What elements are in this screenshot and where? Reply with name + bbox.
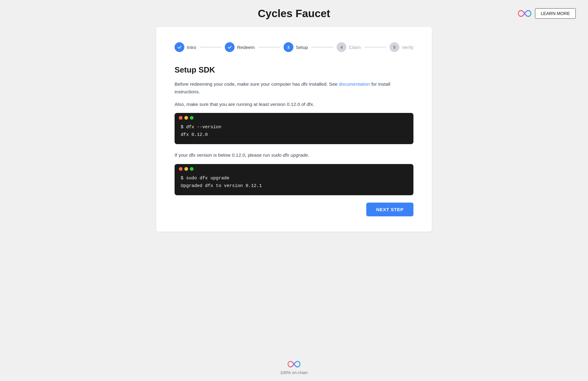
step-4-circle: 4 <box>337 42 346 52</box>
terminal-2: $ sudo dfx upgrade Upgraded dfx to versi… <box>175 164 413 195</box>
documentation-link[interactable]: documentation <box>339 81 370 87</box>
desc1-prefix: Before redeeming your code, make sure yo… <box>175 81 301 87</box>
next-step-button[interactable]: NEXT STEP <box>366 203 413 216</box>
step-3-number: 3 <box>287 45 290 50</box>
check-icon-1 <box>177 45 182 50</box>
step-3-label: Setup <box>296 45 308 50</box>
terminal-2-line-1: $ sudo dfx upgrade <box>181 174 407 182</box>
terminal-1-dot-red <box>179 116 183 120</box>
desc3-suffix: . <box>308 152 309 158</box>
stepper: Intro Redeem 3 Setup <box>175 42 413 52</box>
terminal-2-dots <box>175 164 413 173</box>
step-3-circle: 3 <box>284 42 293 52</box>
step-connector-1 <box>200 47 221 47</box>
infinity-logo-icon <box>518 9 531 18</box>
step-connector-2 <box>258 47 280 47</box>
step-connector-3 <box>311 47 333 47</box>
terminal-1-line-1: $ dfx --version <box>181 123 407 131</box>
terminal-2-dot-green <box>190 167 194 171</box>
main-container: Intro Redeem 3 Setup <box>0 27 588 354</box>
description-3: If your dfx version is below 0.12.0, ple… <box>175 151 413 159</box>
desc3-prefix: If your dfx version is below 0.12.0, ple… <box>175 152 271 158</box>
footer: 100% on-chain <box>0 354 588 381</box>
step-5-number: 5 <box>393 45 396 50</box>
learn-more-button[interactable]: LEARN MORE <box>535 8 576 19</box>
step-2-label: Redeem <box>237 45 254 50</box>
terminal-1-content: $ dfx --version dfx 0.12.0 <box>175 122 413 144</box>
page-title: Cycles Faucet <box>258 7 330 20</box>
description-2: Also, make sure that you are running at … <box>175 101 413 108</box>
section-title: Setup SDK <box>175 65 413 74</box>
desc1-middle: installed. See <box>308 81 339 87</box>
footer-infinity-icon <box>288 360 300 368</box>
step-4-label: Claim <box>349 45 361 50</box>
terminal-2-content: $ sudo dfx upgrade Upgraded dfx to versi… <box>175 173 413 195</box>
step-2: Redeem <box>225 42 254 52</box>
terminal-1-dots <box>175 113 413 122</box>
footer-label: 100% on-chain <box>280 370 308 375</box>
desc1-italic: dfx <box>301 81 308 87</box>
header: Cycles Faucet LEARN MORE <box>0 0 588 27</box>
step-1: Intro <box>175 42 196 52</box>
step-5: 5 Verify <box>390 42 413 52</box>
button-row: NEXT STEP <box>175 203 413 216</box>
step-4-number: 4 <box>340 45 343 50</box>
step-3: 3 Setup <box>284 42 308 52</box>
step-1-circle <box>175 42 184 52</box>
step-5-circle: 5 <box>390 42 399 52</box>
step-5-label: Verify <box>402 45 413 50</box>
terminal-1: $ dfx --version dfx 0.12.0 <box>175 113 413 144</box>
description-1: Before redeeming your code, make sure yo… <box>175 80 413 96</box>
desc3-italic: sudo dfx upgrade <box>271 152 308 158</box>
card: Intro Redeem 3 Setup <box>156 27 432 232</box>
step-2-circle <box>225 42 235 52</box>
terminal-1-line-2: dfx 0.12.0 <box>181 131 407 139</box>
terminal-1-dot-green <box>190 116 194 120</box>
step-4: 4 Claim <box>337 42 361 52</box>
header-right: LEARN MORE <box>518 8 576 19</box>
terminal-2-dot-yellow <box>184 167 188 171</box>
terminal-1-dot-yellow <box>184 116 188 120</box>
step-connector-4 <box>364 47 386 47</box>
check-icon-2 <box>227 45 232 50</box>
step-1-label: Intro <box>187 45 196 50</box>
terminal-2-line-2: Upgraded dfx to version 0.12.1 <box>181 182 407 190</box>
terminal-2-dot-red <box>179 167 183 171</box>
